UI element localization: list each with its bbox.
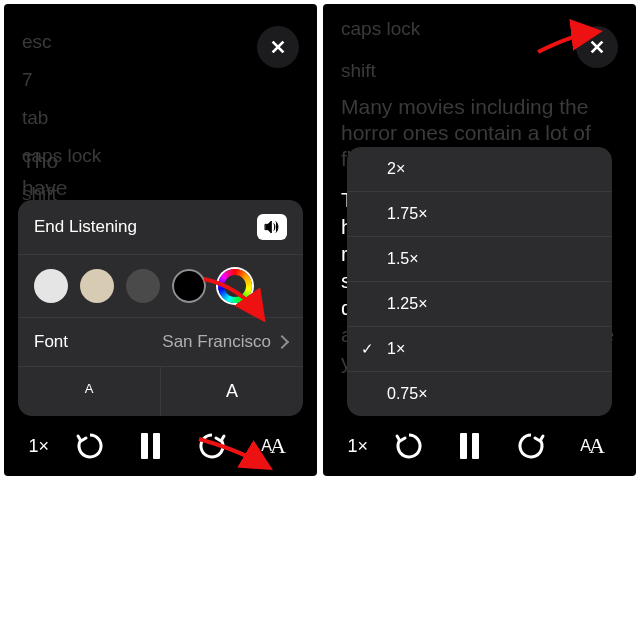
- font-row[interactable]: Font San Francisco: [18, 318, 303, 367]
- decrease-text-button[interactable]: A: [18, 367, 161, 416]
- speed-option[interactable]: 2×: [347, 147, 612, 192]
- forward-button[interactable]: [511, 426, 551, 466]
- font-value: San Francisco: [162, 332, 287, 352]
- key-item: 7: [22, 62, 299, 98]
- speed-option[interactable]: 0.75×: [347, 372, 612, 416]
- pause-button[interactable]: [131, 426, 171, 466]
- increase-text-button[interactable]: A: [161, 367, 303, 416]
- key-item: tab: [22, 100, 299, 136]
- check-icon: ✓: [361, 340, 374, 358]
- speed-option[interactable]: 1.25×: [347, 282, 612, 327]
- swatch-gray[interactable]: [126, 269, 160, 303]
- speed-button[interactable]: 1×: [347, 436, 368, 457]
- theme-swatches: [18, 255, 303, 318]
- end-listening-label: End Listening: [34, 217, 137, 237]
- speed-option[interactable]: 1.75×: [347, 192, 612, 237]
- speed-option[interactable]: 1.5×: [347, 237, 612, 282]
- chevron-right-icon: [275, 335, 289, 349]
- forward-button[interactable]: [192, 426, 232, 466]
- rewind-button[interactable]: [70, 426, 110, 466]
- close-button[interactable]: [257, 26, 299, 68]
- speed-button[interactable]: 1×: [28, 436, 49, 457]
- speed-option-selected[interactable]: ✓1×: [347, 327, 612, 372]
- appearance-button[interactable]: AA: [572, 426, 612, 466]
- text-size-row: A A: [18, 367, 303, 416]
- key-item: shift: [341, 56, 618, 86]
- right-screenshot: caps lock shift Many movies including th…: [323, 4, 636, 476]
- player-controls: 1× AA: [4, 426, 317, 466]
- voice-icon: [257, 214, 287, 240]
- left-screenshot: esc 7 tab caps lock shift Many movies in…: [4, 4, 317, 476]
- font-label: Font: [34, 332, 68, 352]
- player-controls: 1× AA: [323, 426, 636, 466]
- swatch-custom[interactable]: [218, 269, 252, 303]
- swatch-light[interactable]: [34, 269, 68, 303]
- pause-button[interactable]: [450, 426, 490, 466]
- rewind-button[interactable]: [389, 426, 429, 466]
- swatch-black[interactable]: [172, 269, 206, 303]
- close-button[interactable]: [576, 26, 618, 68]
- end-listening-row[interactable]: End Listening: [18, 200, 303, 255]
- appearance-button[interactable]: AA: [253, 426, 293, 466]
- speed-list: 2× 1.75× 1.5× 1.25× ✓1× 0.75×: [347, 147, 612, 416]
- swatch-sepia[interactable]: [80, 269, 114, 303]
- appearance-popover: End Listening Font San Francisco: [18, 200, 303, 416]
